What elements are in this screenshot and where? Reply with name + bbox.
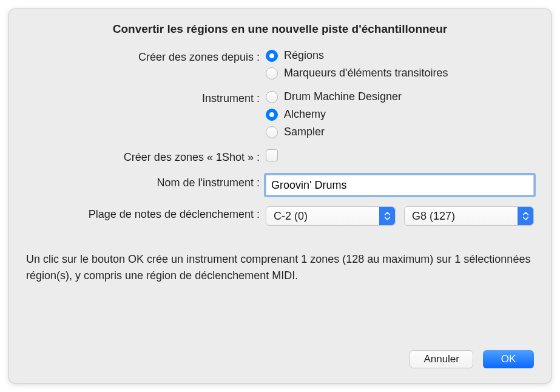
- oneshot-label: Créer des zones « 1Shot » :: [26, 149, 266, 164]
- instrument-name-input[interactable]: [266, 175, 534, 195]
- trigger-low-value: C-2 (0): [274, 210, 308, 223]
- radio-dmd[interactable]: Drum Machine Designer: [266, 90, 534, 103]
- trigger-high-value: G8 (127): [412, 210, 455, 223]
- radio-dmd-label: Drum Machine Designer: [284, 90, 402, 103]
- trigger-high-select[interactable]: G8 (127): [404, 206, 534, 226]
- chevron-updown-icon: [518, 207, 533, 225]
- trigger-range-label: Plage de notes de déclenchement :: [26, 206, 266, 221]
- radio-sampler[interactable]: Sampler: [266, 126, 534, 138]
- radio-icon: [266, 126, 278, 138]
- radio-icon: [266, 67, 278, 79]
- radio-regions-label: Régions: [284, 49, 324, 62]
- info-text: Un clic sur le bouton OK crée un instrum…: [26, 251, 534, 284]
- instrument-name-label: Nom de l'instrument :: [26, 175, 266, 189]
- trigger-low-select[interactable]: C-2 (0): [266, 206, 396, 226]
- instrument-label: Instrument :: [26, 90, 266, 105]
- radio-icon: [266, 50, 278, 62]
- oneshot-checkbox[interactable]: [266, 149, 278, 161]
- dialog-title: Convertir les régions en une nouvelle pi…: [26, 22, 534, 36]
- radio-alchemy-label: Alchemy: [284, 108, 326, 121]
- radio-regions[interactable]: Régions: [266, 49, 534, 62]
- chevron-updown-icon: [379, 207, 395, 225]
- radio-sampler-label: Sampler: [284, 126, 325, 138]
- dialog-buttons: Annuler OK: [410, 350, 534, 368]
- radio-icon: [266, 91, 278, 103]
- ok-button[interactable]: OK: [483, 350, 534, 368]
- create-zones-label: Créer des zones depuis :: [26, 49, 266, 64]
- convert-regions-dialog: Convertir les régions en une nouvelle pi…: [8, 8, 552, 384]
- cancel-button[interactable]: Annuler: [410, 350, 473, 368]
- radio-icon: [266, 109, 278, 121]
- radio-transients[interactable]: Marqueurs d'éléments transitoires: [266, 67, 534, 79]
- radio-alchemy[interactable]: Alchemy: [266, 108, 534, 121]
- radio-transients-label: Marqueurs d'éléments transitoires: [284, 67, 448, 79]
